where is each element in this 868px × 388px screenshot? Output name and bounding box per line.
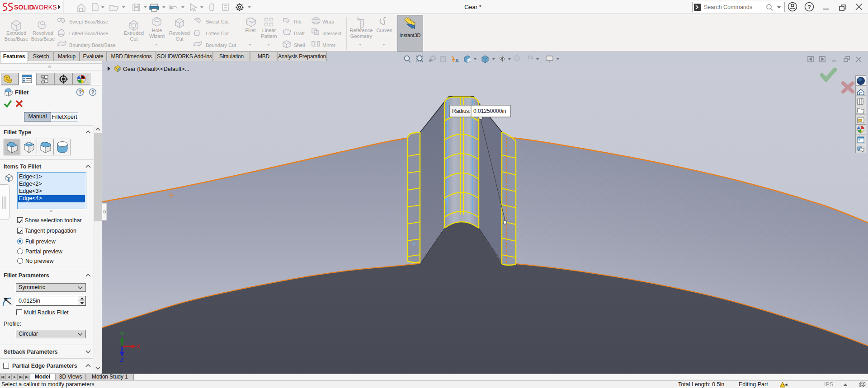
svg-text:WORKS: WORKS <box>33 4 57 11</box>
svg-text:0.01250000in: 0.01250000in <box>473 108 506 114</box>
svg-text:?: ? <box>91 89 94 95</box>
svg-text:?: ? <box>807 4 811 10</box>
svg-text:Radius:: Radius: <box>452 108 471 114</box>
svg-text:SOLID: SOLID <box>14 4 34 11</box>
svg-text:Gear (Default<<Default>...: Gear (Default<<Default>... <box>123 66 189 72</box>
svg-text:A: A <box>455 58 459 63</box>
svg-text:?: ? <box>79 89 82 95</box>
